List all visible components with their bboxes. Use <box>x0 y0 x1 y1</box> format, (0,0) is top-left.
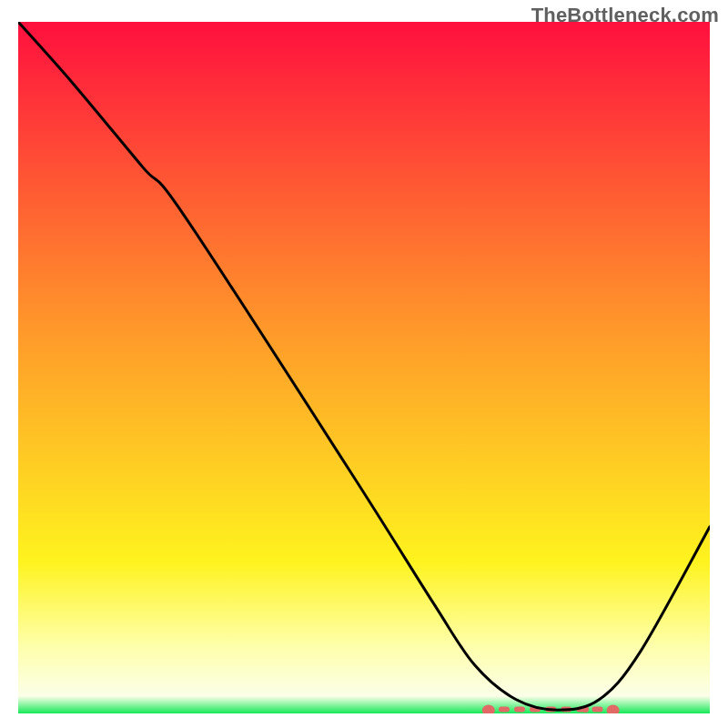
chart-svg <box>18 22 710 713</box>
svg-rect-8 <box>592 706 603 712</box>
plot-area <box>18 22 710 713</box>
svg-rect-3 <box>514 706 525 712</box>
svg-rect-2 <box>499 706 510 712</box>
chart-frame: TheBottleneck.com <box>0 0 728 728</box>
gradient-background <box>18 22 710 713</box>
